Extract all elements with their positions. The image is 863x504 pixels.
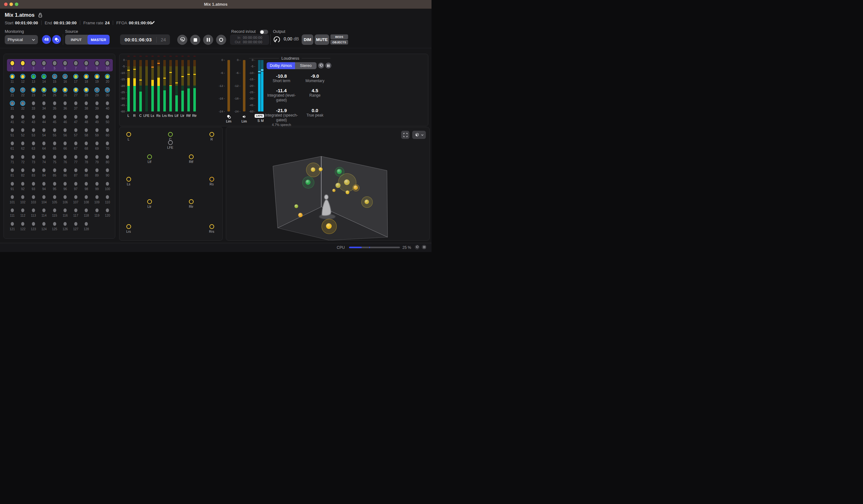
- speaker-Rtf[interactable]: Rtf: [185, 154, 198, 164]
- channel-dot[interactable]: [32, 128, 35, 132]
- channel-dot[interactable]: [32, 209, 35, 212]
- output-level-knob[interactable]: [273, 36, 280, 43]
- channel-dot[interactable]: [53, 101, 56, 105]
- channel-dot[interactable]: [53, 222, 56, 226]
- channel-ring[interactable]: [73, 74, 78, 79]
- channel-dot[interactable]: [21, 182, 24, 186]
- channel-dot[interactable]: [106, 141, 109, 145]
- beds-button[interactable]: BEDS: [330, 35, 348, 39]
- view-angle-button[interactable]: [412, 131, 426, 139]
- channel-dot[interactable]: [53, 141, 56, 145]
- channel-ring[interactable]: [95, 87, 100, 92]
- channel-ring[interactable]: [105, 74, 110, 79]
- sample-rate-badge[interactable]: 48: [42, 35, 51, 44]
- channel-dot[interactable]: [85, 115, 88, 119]
- channel-dot[interactable]: [10, 60, 15, 66]
- channel-dot[interactable]: [32, 222, 35, 226]
- channel-dot[interactable]: [21, 209, 24, 212]
- speaker-Ls[interactable]: Ls: [122, 177, 135, 186]
- channel-dot[interactable]: [42, 141, 46, 145]
- channel-ring[interactable]: [52, 87, 57, 92]
- pause-button[interactable]: [203, 35, 213, 45]
- channel-dot[interactable]: [21, 75, 24, 78]
- channel-dot[interactable]: [85, 209, 88, 212]
- channel-dot[interactable]: [42, 75, 46, 78]
- channel-ring[interactable]: [63, 87, 67, 92]
- channel-dot[interactable]: [42, 101, 46, 105]
- channel-dot[interactable]: [21, 168, 24, 172]
- channel-ring[interactable]: [84, 87, 89, 92]
- channel-dot[interactable]: [96, 209, 99, 212]
- channel-dot[interactable]: [85, 101, 88, 105]
- channel-dot[interactable]: [63, 60, 67, 66]
- channel-dot[interactable]: [53, 128, 56, 132]
- unlock-icon[interactable]: [38, 13, 42, 18]
- channel-dot[interactable]: [63, 128, 67, 132]
- channel-dot[interactable]: [20, 60, 25, 66]
- channel-dot[interactable]: [85, 222, 88, 226]
- channel-dot[interactable]: [11, 115, 14, 119]
- channel-dot[interactable]: [96, 75, 99, 78]
- timecode-display[interactable]: 00:01:06:03 24: [120, 35, 170, 45]
- channel-dot[interactable]: [11, 128, 14, 132]
- channel-dot[interactable]: [63, 222, 67, 226]
- channel-ring[interactable]: [10, 87, 15, 92]
- channel-dot[interactable]: [74, 88, 77, 91]
- speaker-R[interactable]: R: [205, 132, 218, 141]
- speaker-Rtr[interactable]: Rtr: [185, 199, 198, 209]
- channel-dot[interactable]: [106, 88, 109, 91]
- speaker-Rrs[interactable]: Rrs: [205, 224, 218, 234]
- channel-dot[interactable]: [21, 222, 24, 226]
- channel-dot[interactable]: [21, 88, 24, 91]
- channel-dot[interactable]: [11, 195, 14, 199]
- channel-dot[interactable]: [11, 102, 14, 105]
- loudness-tab-dolby-atmos[interactable]: Dolby Atmos: [267, 62, 295, 69]
- channel-dot[interactable]: [53, 88, 56, 91]
- dim-button[interactable]: DIM: [302, 35, 313, 45]
- channel-ring[interactable]: [31, 74, 36, 79]
- channel-dot[interactable]: [106, 128, 109, 132]
- channel-dot[interactable]: [53, 209, 56, 212]
- cpu-reset-button[interactable]: [415, 245, 420, 250]
- edit-session-icon[interactable]: [151, 20, 155, 25]
- channel-dot[interactable]: [74, 195, 77, 199]
- channel-dot[interactable]: [74, 182, 77, 186]
- channel-dot[interactable]: [42, 128, 46, 132]
- channel-dot[interactable]: [74, 209, 77, 212]
- channel-dot[interactable]: [63, 115, 67, 119]
- channel-ring[interactable]: [20, 74, 25, 79]
- channel-dot[interactable]: [106, 155, 109, 159]
- channel-dot[interactable]: [32, 182, 35, 186]
- channel-dot[interactable]: [74, 141, 77, 145]
- channel-dot[interactable]: [11, 75, 14, 78]
- channel-dot[interactable]: [11, 168, 14, 172]
- stop-button[interactable]: [190, 35, 200, 45]
- record-inout-toggle[interactable]: [260, 30, 268, 34]
- channel-dot[interactable]: [11, 209, 14, 212]
- speaker-Rs[interactable]: Rs: [205, 177, 218, 186]
- channel-dot[interactable]: [53, 75, 56, 78]
- channel-dot[interactable]: [42, 168, 46, 172]
- channel-dot[interactable]: [96, 168, 99, 172]
- channel-ring[interactable]: [41, 74, 47, 79]
- record-button[interactable]: [216, 35, 226, 45]
- channel-dot[interactable]: [96, 88, 99, 91]
- channel-dot[interactable]: [73, 60, 78, 66]
- channel-dot[interactable]: [106, 101, 109, 105]
- channel-dot[interactable]: [53, 182, 56, 186]
- channel-dot[interactable]: [21, 115, 24, 119]
- channel-dot[interactable]: [63, 155, 67, 159]
- channel-dot[interactable]: [85, 88, 88, 91]
- channel-dot[interactable]: [32, 88, 35, 91]
- channel-ring[interactable]: [52, 74, 57, 79]
- mute-button[interactable]: MUTE: [315, 35, 329, 45]
- channel-dot[interactable]: [11, 155, 14, 159]
- channel-dot[interactable]: [96, 195, 99, 199]
- channel-dot[interactable]: [85, 128, 88, 132]
- channel-dot[interactable]: [106, 182, 109, 186]
- channel-dot[interactable]: [53, 195, 56, 199]
- channel-dot[interactable]: [96, 182, 99, 186]
- speaker-Ltf[interactable]: Ltf: [143, 154, 156, 164]
- channel-dot[interactable]: [53, 155, 56, 159]
- channel-dot[interactable]: [42, 88, 46, 91]
